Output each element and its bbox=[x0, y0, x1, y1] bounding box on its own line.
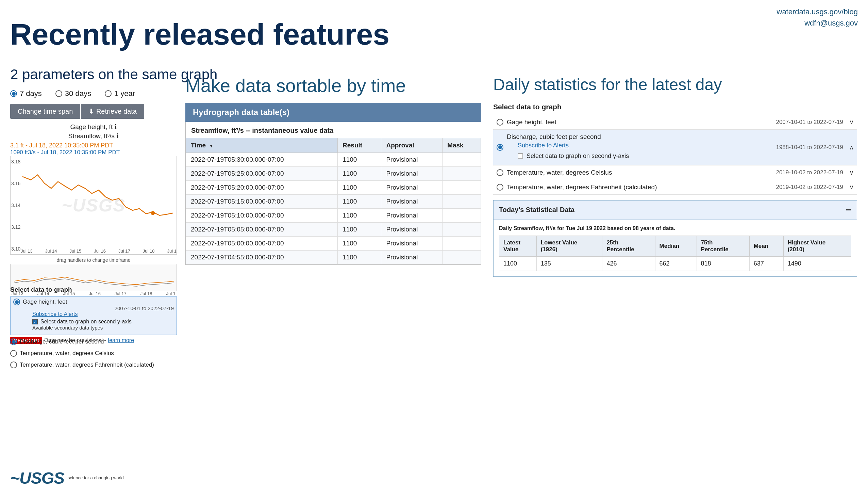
table-cell-7-0: 2022-07-19T04:55:00.000-07:00 bbox=[186, 251, 338, 265]
usgs-logo-text: ~USGS bbox=[10, 469, 64, 487]
right-checkbox-label-1: Select data to graph on second y-axis bbox=[527, 153, 629, 160]
time-option-1year[interactable]: 1 year bbox=[105, 89, 135, 98]
table-row-1: 2022-07-19T05:25:00.000-07:001100Provisi… bbox=[186, 167, 481, 181]
table-cell-0-3 bbox=[442, 153, 481, 167]
right-expand-0[interactable]: ∨ bbox=[849, 118, 854, 126]
right-param-name-0: Gage height, feet bbox=[507, 118, 745, 126]
left-param-radio-3[interactable] bbox=[10, 361, 17, 368]
table-row-7: 2022-07-19T04:55:00.000-07:001100Provisi… bbox=[186, 251, 481, 265]
statistical-header-label: Today's Statistical Data bbox=[499, 206, 574, 214]
radio-7days[interactable] bbox=[10, 90, 17, 97]
x-label-6: Jul 18 bbox=[143, 248, 155, 254]
left-secondary-types: Available secondary data types bbox=[32, 325, 174, 330]
table-row-0: 2022-07-19T05:30:00.000-07:001100Provisi… bbox=[186, 153, 481, 167]
stat-col-75th: 75thPercentile bbox=[696, 236, 749, 256]
retrieve-data-button[interactable]: ⬇ Retrieve data bbox=[81, 104, 144, 119]
right-radio-2[interactable] bbox=[497, 169, 503, 176]
table-row-6: 2022-07-19T05:00:00.000-07:001100Provisi… bbox=[186, 237, 481, 251]
right-section-title: Select data to graph bbox=[493, 103, 857, 111]
right-param-row-1[interactable]: Discharge, cubic feet per second Subscri… bbox=[493, 130, 857, 166]
table-cell-3-3 bbox=[442, 195, 481, 209]
annotation-blue: 1090 ft3/s - Jul 18, 2022 10:35:00 PM PD… bbox=[10, 149, 177, 156]
stat-col-median: Median bbox=[655, 236, 696, 256]
right-param-row-3[interactable]: Temperature, water, degrees Fahrenheit (… bbox=[493, 180, 857, 195]
right-param-row-0[interactable]: Gage height, feet 2007-10-01 to 2022-07-… bbox=[493, 115, 857, 130]
left-param-label-0: Gage height, feet bbox=[23, 299, 67, 305]
x-label-3: Jul 15 bbox=[70, 248, 82, 254]
right-param-name-2: Temperature, water, degrees Celsius bbox=[507, 169, 745, 176]
col-header-mask[interactable]: Mask bbox=[442, 138, 481, 153]
left-param-row-3[interactable]: Temperature, water, degrees Fahrenheit (… bbox=[10, 360, 177, 370]
right-checkbox-row-1[interactable]: Select data to graph on second y-axis bbox=[518, 151, 745, 162]
right-expand-1[interactable]: ∧ bbox=[849, 144, 854, 151]
usgs-logo: ~USGS science for a changing world bbox=[10, 469, 124, 487]
table-cell-5-1: 1100 bbox=[338, 223, 381, 237]
right-param-row-2[interactable]: Temperature, water, degrees Celsius 2019… bbox=[493, 166, 857, 180]
radio-1year[interactable] bbox=[105, 90, 112, 97]
table-cell-1-3 bbox=[442, 167, 481, 181]
right-param-date-3: 2019-10-02 to 2022-07-19 bbox=[748, 184, 843, 190]
stat-cell-5: 637 bbox=[749, 256, 783, 271]
x-label-7: Jul 1 bbox=[167, 248, 177, 254]
right-param-date-0: 2007-10-01 to 2022-07-19 bbox=[748, 119, 843, 126]
time-option-7days[interactable]: 7 days bbox=[10, 89, 42, 98]
right-checkbox-1[interactable] bbox=[518, 153, 523, 159]
right-param-date-1: 1988-10-01 to 2022-07-19 bbox=[748, 144, 843, 151]
right-expand-2[interactable]: ∨ bbox=[849, 169, 854, 176]
left-checkbox-0[interactable] bbox=[32, 319, 38, 324]
stat-table: LatestValue Lowest Value(1926) 25thPerce… bbox=[499, 236, 851, 271]
col-header-approval[interactable]: Approval bbox=[381, 138, 442, 153]
table-cell-7-1: 1100 bbox=[338, 251, 381, 265]
right-subscribe-link-1[interactable]: Subscribe to Alerts bbox=[518, 141, 745, 151]
col-header-time[interactable]: Time ▼ bbox=[186, 138, 338, 153]
change-time-span-button[interactable]: Change time span bbox=[10, 104, 80, 119]
svg-point-0 bbox=[151, 211, 155, 215]
left-subscribe-link-0[interactable]: Subscribe to Alerts bbox=[32, 311, 174, 317]
table-cell-2-3 bbox=[442, 181, 481, 195]
time-option-30days[interactable]: 30 days bbox=[56, 89, 91, 98]
collapse-icon[interactable]: − bbox=[846, 204, 851, 215]
statistical-header[interactable]: Today's Statistical Data − bbox=[493, 200, 857, 220]
table-cell-1-0: 2022-07-19T05:25:00.000-07:00 bbox=[186, 167, 338, 181]
stat-cell-2: 426 bbox=[602, 256, 655, 271]
top-link-email[interactable]: wdfn@usgs.gov bbox=[777, 17, 858, 29]
right-radio-1[interactable] bbox=[497, 144, 503, 151]
statistical-panel: Today's Statistical Data − Daily Streamf… bbox=[493, 200, 857, 277]
left-param-label-2: Temperature, water, degrees Celsius bbox=[20, 350, 114, 356]
table-cell-3-2: Provisional bbox=[381, 195, 442, 209]
right-expand-3[interactable]: ∨ bbox=[849, 184, 854, 191]
right-radio-3[interactable] bbox=[497, 184, 503, 190]
select-graph-left-title: Select data to graph bbox=[10, 286, 177, 294]
select-graph-left-panel: Select data to graph Gage height, feet 2… bbox=[10, 286, 177, 372]
left-param-radio-2[interactable] bbox=[10, 350, 17, 357]
radio-30days[interactable] bbox=[56, 90, 62, 97]
left-param-label-1: Discharge, cubic feet per second bbox=[20, 338, 104, 345]
table-cell-3-0: 2022-07-19T05:15:00.000-07:00 bbox=[186, 195, 338, 209]
time-label-1year: 1 year bbox=[114, 89, 135, 98]
top-link-blog[interactable]: waterdata.usgs.gov/blog bbox=[777, 6, 858, 17]
left-param-radio-1[interactable] bbox=[10, 338, 17, 345]
statistical-subtitle: Daily Streamflow, ft³/s for Tue Jul 19 2… bbox=[499, 225, 851, 231]
left-param-row-0[interactable]: Gage height, feet 2007-10-01 to 2022-07-… bbox=[10, 296, 177, 335]
table-cell-5-0: 2022-07-19T05:05:00.000-07:00 bbox=[186, 223, 338, 237]
table-cell-0-0: 2022-07-19T05:30:00.000-07:00 bbox=[186, 153, 338, 167]
right-radio-0[interactable] bbox=[497, 119, 503, 126]
col-header-result[interactable]: Result bbox=[338, 138, 381, 153]
chart-x-labels: Jul 13 Jul 14 Jul 15 Jul 16 Jul 17 Jul 1… bbox=[21, 248, 177, 254]
table-row-3: 2022-07-19T05:15:00.000-07:001100Provisi… bbox=[186, 195, 481, 209]
table-cell-5-3 bbox=[442, 223, 481, 237]
stat-cell-1: 135 bbox=[536, 256, 602, 271]
table-cell-4-0: 2022-07-19T05:10:00.000-07:00 bbox=[186, 209, 338, 223]
left-param-row-2[interactable]: Temperature, water, degrees Celsius bbox=[10, 349, 177, 358]
left-param-radio-0[interactable] bbox=[13, 299, 20, 306]
table-cell-6-0: 2022-07-19T05:00:00.000-07:00 bbox=[186, 237, 338, 251]
time-controls: 7 days 30 days 1 year bbox=[10, 89, 135, 98]
x-label-2: Jul 14 bbox=[45, 248, 57, 254]
left-param-row-1[interactable]: Discharge, cubic feet per second bbox=[10, 337, 177, 346]
left-param-label-3: Temperature, water, degrees Fahrenheit (… bbox=[20, 361, 154, 368]
graph-title-line1: Gage height, ft ℹ bbox=[70, 123, 117, 130]
table-cell-6-3 bbox=[442, 237, 481, 251]
table-cell-2-2: Provisional bbox=[381, 181, 442, 195]
select-graph-right: Select data to graph Gage height, feet 2… bbox=[493, 103, 857, 195]
left-checkbox-row-0[interactable]: Select data to graph on second y-axis bbox=[32, 318, 174, 325]
